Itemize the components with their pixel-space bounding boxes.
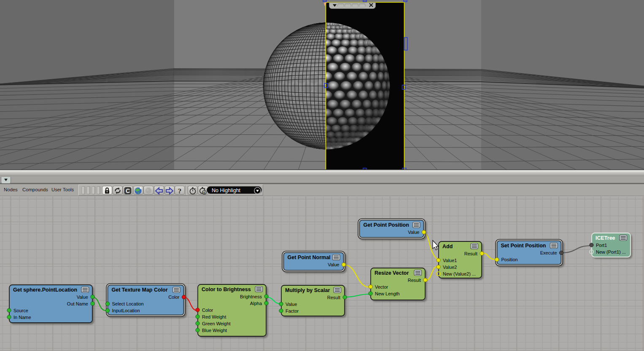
svg-text:Value1: Value1 [443,258,457,263]
svg-text:?: ? [178,187,182,195]
svg-text:C: C [126,188,130,194]
svg-text:InputLocation: InputLocation [112,308,140,313]
svg-text:Value: Value [77,295,88,300]
svg-text:Color: Color [202,308,213,313]
svg-text:Result: Result [408,278,421,283]
svg-text:Add: Add [442,244,453,249]
svg-text:Value: Value [408,230,419,235]
svg-text:New (Value2) ...: New (Value2) ... [443,271,476,276]
svg-text:Result: Result [327,295,340,300]
svg-text:Brightness: Brightness [240,294,262,299]
svg-text:Color to Brightness: Color to Brightness [202,287,251,292]
svg-text:Result: Result [464,251,477,256]
svg-text:Out Name: Out Name [67,301,88,306]
svg-text:c: c [203,190,205,195]
svg-text:New (Port1) ...: New (Port1) ... [596,249,626,255]
svg-text:Red Weight: Red Weight [202,314,226,319]
svg-text:Resize Vector: Resize Vector [375,270,409,276]
svg-text:Get Point Position: Get Point Position [364,222,409,228]
svg-text:Factor: Factor [286,308,299,313]
svg-text:ICETree: ICETree [595,235,615,241]
svg-text:Value2: Value2 [443,265,457,270]
svg-text:Green Weight: Green Weight [202,321,231,326]
svg-text:Vector: Vector [375,284,388,289]
svg-text:Source: Source [13,308,28,313]
svg-text:Set Point Position: Set Point Position [501,243,546,249]
svg-text:Get Point Normal: Get Point Normal [288,255,331,260]
svg-text:Execute: Execute [540,250,557,255]
svg-text:New Length: New Length [375,291,400,296]
svg-text:Get sphere.PointLocation: Get sphere.PointLocation [13,287,77,293]
svg-text:Position: Position [501,257,518,262]
svg-text:Get Texture Map Color: Get Texture Map Color [112,287,168,293]
svg-text:Value: Value [328,262,339,267]
svg-text:Color: Color [168,295,180,300]
svg-text:Port1: Port1 [596,243,607,248]
svg-text:Select Location: Select Location [112,301,144,306]
svg-text:In Name: In Name [13,315,31,320]
svg-text:Blue Weight: Blue Weight [202,328,227,333]
svg-text:Alpha: Alpha [250,301,262,306]
svg-text:Multiply by Scalar: Multiply by Scalar [285,287,330,293]
svg-text:Value: Value [286,302,297,307]
